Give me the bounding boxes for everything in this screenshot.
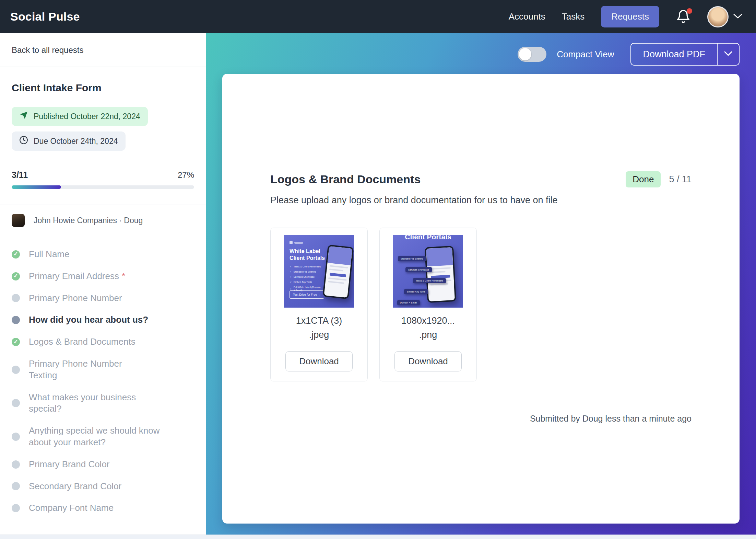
request-counter: 5 / 11	[669, 174, 692, 185]
file-thumbnail[interactable]: Client Portals Branded File Sharing	[393, 235, 463, 308]
phone-mockup	[425, 246, 456, 303]
submitted-note: Submitted by Doug less than a minute ago	[270, 414, 692, 424]
user-menu[interactable]	[707, 6, 742, 27]
sidebar-item-logos-brand-documents[interactable]: ✓ Logos & Brand Documents	[12, 336, 194, 348]
chevron-down-icon[interactable]	[733, 13, 742, 20]
thumb-feature-list: ✓Tasks & Client Reminders ✓Branded File …	[290, 265, 321, 292]
sidebar: Back to all requests Client Intake Form …	[0, 33, 206, 539]
toggle-knob[interactable]	[519, 48, 531, 60]
item-label: Secondary Brand Color	[29, 481, 121, 492]
current-dot-icon	[12, 316, 20, 324]
sidebar-item-primary-email[interactable]: ✓ Primary Email Address*	[12, 271, 194, 282]
download-button[interactable]: Download	[394, 351, 462, 371]
request-description: Please upload any logos or brand documen…	[270, 195, 692, 206]
thumb-feature-pill: Domain + Email	[397, 300, 420, 305]
pending-dot-icon	[12, 366, 20, 374]
pending-dot-icon	[12, 460, 20, 469]
file-name: 1080x1920... .png	[401, 314, 455, 342]
pending-dot-icon	[12, 482, 20, 490]
progress-percent: 27%	[178, 170, 194, 180]
client-name: John Howie Companies · Doug	[34, 216, 143, 225]
view-controls: Compact View Download PDF	[222, 43, 740, 66]
check-icon: ✓	[12, 272, 20, 280]
thumb-cta-button: Test Drive for Free →	[290, 290, 324, 299]
nav-item-requests[interactable]: Requests	[601, 6, 659, 27]
published-badge: Published October 22nd, 2024	[12, 107, 148, 126]
required-asterisk: *	[122, 271, 125, 281]
pending-dot-icon	[12, 294, 20, 302]
file-card: Client Portals Branded File Sharing	[379, 228, 477, 381]
clock-icon	[19, 136, 28, 147]
pending-dot-icon	[12, 433, 20, 441]
content-area: Compact View Download PDF Logos & Brand …	[206, 33, 756, 539]
notification-dot	[687, 8, 692, 14]
item-label: Logos & Brand Documents	[29, 336, 135, 348]
published-badge-label: Published October 22nd, 2024	[34, 112, 140, 121]
nav-item-accounts[interactable]: Accounts	[509, 11, 545, 22]
bottom-strip	[0, 535, 756, 539]
progress-bar	[12, 185, 194, 189]
item-label: What makes your business special?	[29, 392, 159, 415]
uploaded-files: White Label Client Portals ✓Tasks & Clie…	[270, 228, 692, 381]
chevron-down-icon	[724, 51, 732, 58]
item-label: How did you hear about us?	[29, 314, 148, 326]
request-title: Logos & Brand Documents	[270, 173, 421, 186]
form-field-checklist: ✓ Full Name ✓ Primary Email Address* Pri…	[12, 249, 194, 514]
sidebar-item-business-special[interactable]: What makes your business special?	[12, 392, 194, 415]
brand-logo: Social Pulse	[10, 10, 80, 23]
file-card: White Label Client Portals ✓Tasks & Clie…	[270, 228, 368, 381]
item-label: Full Name	[29, 249, 69, 260]
request-status-group: Done 5 / 11	[626, 171, 692, 187]
check-icon: ✓	[12, 338, 20, 346]
divider	[0, 236, 206, 236]
thumb-feature-pill: Embed Any Tools	[404, 289, 428, 294]
client-row: John Howie Companies · Doug	[12, 205, 194, 236]
sidebar-item-phone-texting[interactable]: Primary Phone Number Texting	[12, 358, 194, 381]
main-row: Back to all requests Client Intake Form …	[0, 33, 756, 539]
download-pdf-menu-button[interactable]	[718, 44, 739, 65]
file-thumbnail[interactable]: White Label Client Portals ✓Tasks & Clie…	[284, 235, 354, 308]
back-to-requests-link[interactable]: Back to all requests	[0, 33, 206, 67]
compact-view-toggle[interactable]	[518, 47, 546, 62]
client-avatar	[12, 214, 25, 227]
thumb-feature-pill: Tasks & Client Reminders	[413, 278, 446, 283]
badge-column: Published October 22nd, 2024 Due October…	[12, 94, 194, 151]
download-pdf-button[interactable]: Download PDF	[631, 44, 718, 65]
avatar[interactable]	[707, 6, 729, 27]
sidebar-item-company-font-name[interactable]: Company Font Name	[12, 502, 194, 514]
send-icon	[19, 111, 28, 122]
sidebar-item-primary-brand-color[interactable]: Primary Brand Color	[12, 459, 194, 470]
check-icon: ✓	[12, 250, 20, 259]
thumb-feature-pill: Services Showcase	[405, 267, 432, 272]
due-badge-label: Due October 24th, 2024	[34, 137, 118, 146]
nav-right: Accounts Tasks Requests	[509, 6, 742, 27]
sidebar-item-primary-phone[interactable]: Primary Phone Number	[12, 293, 194, 304]
sidebar-item-full-name[interactable]: ✓ Full Name	[12, 249, 194, 260]
item-label: Company Font Name	[29, 502, 114, 514]
thumb-feature-pill: Branded File Sharing	[398, 256, 426, 261]
sidebar-body: Client Intake Form Published October 22n…	[0, 67, 206, 539]
download-button[interactable]: Download	[285, 351, 353, 371]
thumb-logo	[290, 241, 303, 244]
item-label: Primary Brand Color	[29, 459, 110, 470]
sidebar-item-how-did-you-hear[interactable]: How did you hear about us?	[12, 314, 194, 326]
notifications-button[interactable]	[676, 9, 691, 25]
top-nav: Social Pulse Accounts Tasks Requests	[0, 0, 756, 33]
form-title: Client Intake Form	[12, 82, 194, 94]
progress-bar-fill	[12, 185, 61, 189]
pending-dot-icon	[12, 399, 20, 407]
item-label: Primary Email Address*	[29, 271, 125, 282]
compact-view-label: Compact View	[557, 49, 614, 60]
request-card: Logos & Brand Documents Done 5 / 11 Plea…	[222, 74, 740, 524]
thumb-heading: Client Portals	[393, 235, 463, 241]
sidebar-item-market-notes[interactable]: Anything special we should know about yo…	[12, 425, 194, 448]
download-pdf-split-button[interactable]: Download PDF	[630, 43, 740, 66]
request-card-header: Logos & Brand Documents Done 5 / 11	[270, 171, 692, 187]
item-label: Anything special we should know about yo…	[29, 425, 163, 448]
sidebar-item-secondary-brand-color[interactable]: Secondary Brand Color	[12, 481, 194, 492]
thumb-heading: White Label Client Portals	[290, 248, 327, 262]
pending-dot-icon	[12, 504, 20, 512]
app-window: Social Pulse Accounts Tasks Requests	[0, 0, 756, 539]
nav-item-tasks[interactable]: Tasks	[562, 11, 584, 22]
item-label: Primary Phone Number	[29, 293, 122, 304]
